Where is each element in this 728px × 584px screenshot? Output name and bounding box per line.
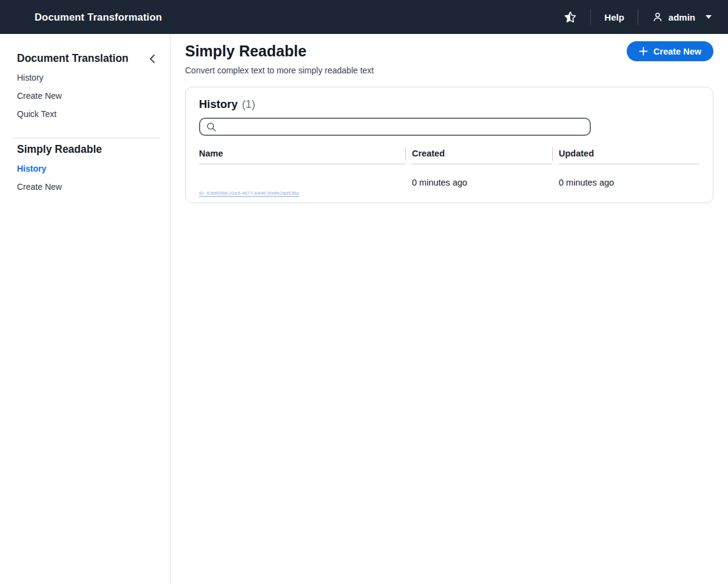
- table-cell-updated: 0 minutes ago: [559, 164, 699, 203]
- history-item-id-link[interactable]: ID: 63bf0966-22e5-4677-b496-59dfe2ad536e: [199, 190, 299, 196]
- app-title: Document Transformation: [35, 12, 162, 23]
- star-half-icon: [564, 10, 577, 24]
- chevron-left-icon: [148, 54, 157, 64]
- history-search-input[interactable]: [221, 121, 584, 132]
- page-subtitle: Convert complex text to more simply read…: [185, 65, 713, 75]
- favorites-button[interactable]: [564, 10, 577, 24]
- create-new-button[interactable]: Create New: [627, 41, 713, 61]
- history-card-header: History (1): [199, 98, 699, 111]
- sidebar-section-title: Document Translation: [17, 52, 129, 65]
- caret-down-icon: [705, 15, 712, 19]
- sidebar-item-quick-text[interactable]: Quick Text: [17, 109, 170, 119]
- sidebar-section-head: Simply Readable: [17, 143, 170, 156]
- topbar-divider: [590, 9, 591, 25]
- topbar-actions: Help admin: [564, 9, 712, 25]
- column-header-updated[interactable]: Updated: [559, 149, 699, 164]
- help-link[interactable]: Help: [604, 12, 624, 22]
- table-cell-name: ID: 63bf0966-22e5-4677-b496-59dfe2ad536e: [199, 164, 405, 203]
- sidebar-section-simply-readable: Simply Readable History Create New: [17, 143, 170, 192]
- sidebar-divider: [12, 138, 160, 138]
- history-card: History (1) Name Created Updated ID: 63b…: [185, 87, 713, 203]
- create-new-button-label: Create New: [653, 47, 701, 56]
- person-icon: [652, 11, 664, 23]
- sidebar-section-head: Document Translation: [17, 52, 170, 65]
- sidebar: Document Translation History Create New …: [0, 34, 170, 584]
- sidebar-item-create-new[interactable]: Create New: [17, 91, 170, 101]
- sidebar-collapse-button[interactable]: [147, 53, 158, 65]
- sidebar-item-create-new[interactable]: Create New: [17, 182, 170, 192]
- history-search-box[interactable]: [199, 118, 591, 136]
- topbar-divider: [638, 9, 638, 25]
- history-table-header: Name Created Updated: [199, 149, 699, 164]
- sidebar-section-document-translation: Document Translation History Create New …: [17, 52, 170, 119]
- column-header-name[interactable]: Name: [199, 149, 405, 164]
- sidebar-item-history[interactable]: History: [17, 73, 170, 83]
- table-cell-created: 0 minutes ago: [412, 164, 552, 203]
- user-name: admin: [669, 12, 695, 22]
- column-header-created[interactable]: Created: [412, 149, 552, 164]
- top-navigation-bar: Document Transformation Help admin: [0, 0, 728, 34]
- history-count-badge: (1): [242, 98, 255, 111]
- plus-icon: [639, 47, 648, 56]
- sidebar-section-title: Simply Readable: [17, 143, 102, 156]
- history-card-title: History: [199, 98, 238, 111]
- main-content: Simply Readable Convert complex text to …: [170, 34, 728, 584]
- search-icon: [206, 122, 217, 132]
- user-menu[interactable]: admin: [652, 11, 712, 23]
- sidebar-item-history-active[interactable]: History: [17, 164, 170, 174]
- table-row: ID: 63bf0966-22e5-4677-b496-59dfe2ad536e…: [199, 164, 699, 203]
